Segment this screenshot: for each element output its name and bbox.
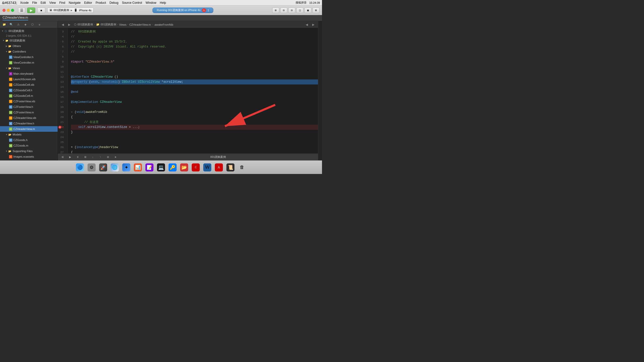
dock-item-safari[interactable]: 🌐 xyxy=(109,162,120,173)
dock-item-sysprefs[interactable]: ⚙ xyxy=(86,162,97,173)
breadcrumb-item-1[interactable]: ⬡ 001团购案例 xyxy=(74,23,93,26)
comment-001: // 001团购案例 xyxy=(71,29,96,34)
breadcrumb: ⬡ 001团购案例 › 📁 001团购案例 › Views › CZHeader… xyxy=(73,22,303,28)
sidebar-item-czgoodscell-m[interactable]: m CZGoodsCell.m xyxy=(0,93,58,99)
file-icon-xib4: X xyxy=(9,116,12,120)
sidebar-item-czfooterview-h[interactable]: h CZFooterView.h xyxy=(0,104,58,110)
dock-item-launchpad[interactable]: 🚀 xyxy=(98,162,108,173)
sidebar-item-supporting-files[interactable]: ▼ 📂 Supporting Files xyxy=(0,148,58,154)
dock-item-finder[interactable]: 🔵 xyxy=(75,162,85,173)
sidebar-item-main-folder[interactable]: ▼ 📁 001团购案例 xyxy=(0,38,58,43)
close-button[interactable] xyxy=(3,9,6,12)
breadcrumb-item-4[interactable]: CZHeaderView.m xyxy=(129,23,151,26)
scheme-selector[interactable]: 🏛 001团购案例 ▶ 📱 iPhone 4s xyxy=(47,8,94,13)
layout-btn-4[interactable]: ◫ xyxy=(296,8,303,13)
sidebar-nav-btn[interactable]: 📁 xyxy=(2,22,7,27)
breadcrumb-item-3[interactable]: Views xyxy=(119,23,126,26)
menu-edit[interactable]: Edit xyxy=(41,1,46,5)
sidebar-item-main-storyboard[interactable]: S Main.storyboard xyxy=(0,71,58,76)
status-btn-5[interactable]: ↓ xyxy=(90,155,96,159)
code-editor[interactable]: 3 4 5 6 7 8 9 10 11 12 13 14 15 16 17 18 xyxy=(58,28,318,153)
run-button[interactable]: ▶ xyxy=(27,8,35,13)
status-btn-2[interactable]: ▶ xyxy=(67,155,73,159)
stop-button[interactable]: ■ xyxy=(37,8,45,13)
dock-item-terminal[interactable]: 💻 xyxy=(156,162,166,173)
menu-navigate[interactable]: Navigate xyxy=(69,1,80,5)
nav-right-2[interactable]: ▶ xyxy=(310,22,316,27)
menu-window[interactable]: Window xyxy=(146,1,156,5)
menu-file[interactable]: File xyxy=(32,1,37,5)
dock-item-onenote[interactable]: 📝 xyxy=(144,162,155,173)
sidebar-item-others[interactable]: ▶ 📂 Others xyxy=(0,43,58,49)
sidebar-debug-btn[interactable]: ⬡ xyxy=(30,22,35,27)
sidebar-item-launchscreen[interactable]: X LaunchScreen.xib xyxy=(0,76,58,82)
sidebar-item-czheaderview-xib[interactable]: X CZHeaderView.xib xyxy=(0,115,58,121)
minimize-button[interactable] xyxy=(7,9,10,12)
status-btn-1[interactable]: ⊞ xyxy=(60,155,65,159)
maximize-button[interactable] xyxy=(11,9,14,12)
menu-source-control[interactable]: Source Control xyxy=(122,1,142,5)
menu-view[interactable]: View xyxy=(49,1,56,5)
menu-help[interactable]: Help xyxy=(160,1,166,5)
sidebar-search-btn[interactable]: 🔍 xyxy=(9,22,14,27)
sidebar-item-czgoods-h[interactable]: h CZGoods.h xyxy=(0,137,58,143)
layout-btn-1[interactable]: ⊞ xyxy=(272,8,279,13)
bc-sep-4: › xyxy=(152,23,153,26)
layout-btn-6[interactable]: ⊠ xyxy=(312,8,319,13)
dock-item-scripteditor[interactable]: 📜 xyxy=(225,162,236,173)
sidebar-item-czheaderview-m[interactable]: m CZHeaderView.m xyxy=(0,126,58,132)
navigator-toggle[interactable]: ☰ xyxy=(18,8,25,13)
menu-editor[interactable]: Editor xyxy=(84,1,92,5)
sidebar-item-czgoodscell-h[interactable]: h CZGoodsCell.h xyxy=(0,87,58,93)
menu-product[interactable]: Product xyxy=(96,1,106,5)
dock-item-dashlane[interactable]: 🔑 xyxy=(167,162,178,173)
ln-19: 19 xyxy=(58,110,66,115)
status-btn-6[interactable]: ↑ xyxy=(98,155,103,159)
layout-btn-5[interactable]: ▣ xyxy=(304,8,311,13)
layout-btn-3[interactable]: ⊟ xyxy=(288,8,295,13)
dock-item-word[interactable]: W xyxy=(202,162,213,173)
dock-item-filezilla[interactable]: 📂 xyxy=(179,162,189,173)
status-btn-4[interactable]: ⊠ xyxy=(83,155,88,159)
dock-item-xcode[interactable]: ✦ xyxy=(121,162,132,173)
nav-forward-btn[interactable]: ▶ xyxy=(66,22,72,27)
ln-8: 8 xyxy=(58,54,66,59)
dock-item-csdn[interactable]: C xyxy=(190,162,201,173)
menu-debug[interactable]: Debug xyxy=(109,1,118,5)
sidebar-item-viewcontroller-m[interactable]: m ViewController.m xyxy=(0,60,58,65)
sidebar-item-viewcontroller-h[interactable]: h ViewController.h xyxy=(0,54,58,60)
breadcrumb-item-2[interactable]: 📁 001团购案例 xyxy=(96,23,116,26)
dock-item-trash[interactable]: 🗑 xyxy=(237,162,247,173)
dock-item-acrobat[interactable]: A xyxy=(214,162,224,173)
status-btn-7[interactable]: ⊞ xyxy=(105,155,111,159)
nav-right-1[interactable]: ◀ xyxy=(304,22,309,27)
sidebar-log-btn[interactable]: ≡ xyxy=(37,22,42,27)
sidebar-item-czgoodscell-xib[interactable]: X CZGoodsCell.xib xyxy=(0,82,58,87)
status-btn-3[interactable]: ⏸ xyxy=(75,155,80,159)
menu-xcode[interactable]: Xcode xyxy=(20,1,29,5)
status-btn-8[interactable]: ➤ xyxy=(113,155,118,159)
nav-back-btn[interactable]: ◀ xyxy=(60,22,65,27)
import-keyword: #import xyxy=(71,59,86,64)
sidebar-test-btn[interactable]: ◈ xyxy=(23,22,28,27)
dock-item-microsoft[interactable]: 📊 xyxy=(133,162,143,173)
code-container: 3 4 5 6 7 8 9 10 11 12 13 14 15 16 17 18 xyxy=(58,28,318,153)
breadcrumb-item-5[interactable]: -awakeFromNib xyxy=(154,23,173,26)
sidebar-warning-btn[interactable]: ⚠ xyxy=(16,22,21,27)
sidebar-item-czfooterview-xib[interactable]: X CZFooterView.xib xyxy=(0,99,58,104)
sidebar-item-czgoods-m[interactable]: m CZGoods.m xyxy=(0,143,58,148)
sidebar-item-tgs-plist[interactable]: P tgs.plist xyxy=(0,159,58,160)
sidebar-item-controllers[interactable]: ▼ 📂 Controllers xyxy=(0,49,58,54)
sidebar-item-models[interactable]: ▼ 📂 Models xyxy=(0,132,58,137)
dock-icon-dashlane: 🔑 xyxy=(169,163,177,171)
sidebar-item-czfooterview-m[interactable]: m CZFooterView.m xyxy=(0,110,58,115)
sidebar-item-project-root[interactable]: ▼ ⬡ 001团购案例 xyxy=(0,28,58,34)
sidebar-item-images-xcassets[interactable]: A Images.xcassets xyxy=(0,154,58,159)
apple-menu[interactable]: &#63743; xyxy=(2,1,17,5)
sidebar-item-czheaderview-h[interactable]: h CZHeaderView.h xyxy=(0,121,58,126)
layout-btn-2[interactable]: ⊟ xyxy=(280,8,287,13)
menu-find[interactable]: Find xyxy=(59,1,65,5)
sidebar-item-views[interactable]: ▼ 📂 Views xyxy=(0,65,58,71)
tab-title[interactable]: CZHeaderView.m xyxy=(3,16,28,20)
dock-icon-onenote: 📝 xyxy=(145,163,153,171)
